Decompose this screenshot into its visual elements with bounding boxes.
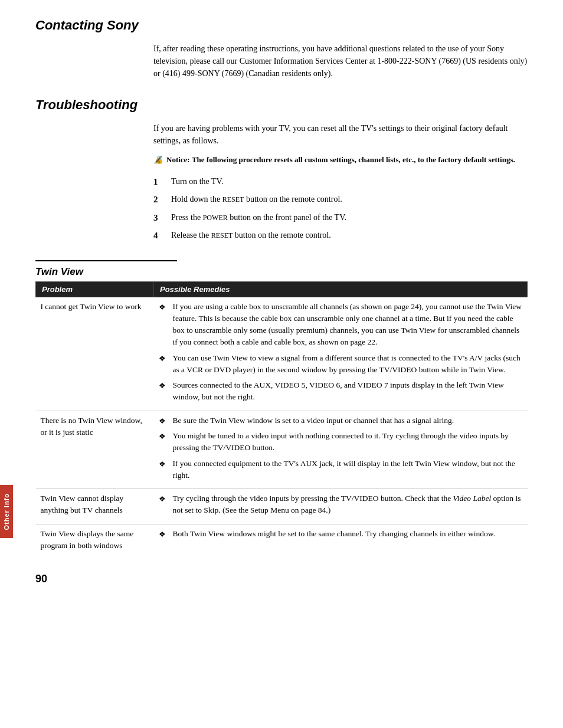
remedy-item: ❖ Sources connected to the AUX, VIDEO 5,…: [159, 379, 523, 404]
step-1-num: 1: [153, 175, 165, 189]
table-header-row: Problem Possible Remedies: [36, 281, 528, 297]
twin-view-section: Twin View Problem Possible Remedies I ca…: [35, 260, 528, 556]
remedy-text: You can use Twin View to view a signal f…: [173, 352, 523, 376]
bullet-icon: ❖: [159, 353, 169, 365]
bullet-icon: ❖: [159, 458, 169, 470]
troubleshooting-intro: If you are having problems with your TV,…: [153, 122, 528, 147]
remedy-text: Try cycling through the video inputs by …: [173, 493, 523, 517]
table-row: Twin View cannot display anything but TV…: [36, 489, 528, 524]
notice-label: Notice:: [166, 155, 190, 164]
step-4: 4 Release the RESET button on the remote…: [153, 229, 528, 242]
remedy-item: ❖ Both Twin View windows might be set to…: [159, 528, 523, 540]
remedy-text: Sources connected to the AUX, VIDEO 5, V…: [173, 379, 523, 404]
remedy-item: ❖ You might be tuned to a video input wi…: [159, 430, 523, 454]
remedy-item: ❖ If you connected equipment to the TV's…: [159, 458, 523, 482]
step-2-text: Hold down the RESET button on the remote…: [171, 193, 342, 205]
step-3: 3 Press the POWER button on the front pa…: [153, 211, 528, 225]
steps-list: 1 Turn on the TV. 2 Hold down the RESET …: [153, 175, 528, 242]
table-row: Twin View displays the same program in b…: [36, 524, 528, 555]
problem-3: Twin View cannot display anything but TV…: [36, 489, 154, 524]
contacting-sony-body: If, after reading these operating instru…: [153, 42, 528, 80]
remedies-2: ❖ Be sure the Twin View window is set to…: [154, 411, 528, 489]
step-1: 1 Turn on the TV.: [153, 175, 528, 189]
remedy-item: ❖ You can use Twin View to view a signal…: [159, 352, 523, 376]
step-2-num: 2: [153, 193, 165, 206]
table-row: There is no Twin View window, or it is j…: [36, 411, 528, 489]
remedy-text: You might be tuned to a video input with…: [173, 430, 523, 454]
remedy-item: ❖ Be sure the Twin View window is set to…: [159, 415, 523, 427]
problem-1: I cannot get Twin View to work: [36, 297, 154, 411]
remedy-text: Both Twin View windows might be set to t…: [173, 528, 523, 540]
contacting-sony-body-block: If, after reading these operating instru…: [153, 42, 528, 80]
page-number: 90: [35, 573, 528, 585]
step-1-text: Turn on the TV.: [171, 175, 223, 188]
table-row: I cannot get Twin View to work ❖ If you …: [36, 297, 528, 411]
page: Contacting Sony If, after reading these …: [0, 0, 563, 609]
col-remedies-header: Possible Remedies: [154, 281, 528, 297]
trouble-table: Problem Possible Remedies I cannot get T…: [35, 281, 528, 556]
troubleshooting-body-block: If you are having problems with your TV,…: [153, 122, 528, 242]
contacting-sony-title: Contacting Sony: [35, 18, 528, 33]
remedies-3: ❖ Try cycling through the video inputs b…: [154, 489, 528, 524]
notice-text: Notice: The following procedure resets a…: [166, 154, 515, 166]
remedy-item: ❖ Try cycling through the video inputs b…: [159, 493, 523, 517]
bullet-icon: ❖: [159, 431, 169, 442]
remedy-text: Be sure the Twin View window is set to a…: [173, 415, 523, 427]
problem-4: Twin View displays the same program in b…: [36, 524, 154, 555]
step-4-num: 4: [153, 229, 165, 242]
twin-view-title: Twin View: [35, 266, 528, 278]
bullet-icon: ❖: [159, 529, 169, 540]
notice-icon: 🔏: [153, 155, 163, 165]
step-4-text: Release the RESET button on the remote c…: [171, 229, 331, 241]
remedies-1: ❖ If you are using a cable box to unscra…: [154, 297, 528, 411]
bullet-icon: ❖: [159, 301, 169, 313]
side-tab-label: Other Info: [3, 493, 10, 530]
step-3-text: Press the POWER button on the front pane…: [171, 211, 346, 224]
troubleshooting-section: Troubleshooting If you are having proble…: [35, 97, 528, 242]
remedy-text: If you are using a cable box to unscramb…: [173, 301, 523, 349]
bullet-icon: ❖: [159, 415, 169, 427]
notice-content: The following procedure resets all custo…: [192, 155, 515, 164]
bullet-icon: ❖: [159, 493, 169, 505]
section-divider: [35, 260, 177, 261]
step-2: 2 Hold down the RESET button on the remo…: [153, 193, 528, 206]
contacting-sony-section: Contacting Sony If, after reading these …: [35, 18, 528, 80]
step-3-num: 3: [153, 211, 165, 225]
problem-2: There is no Twin View window, or it is j…: [36, 411, 154, 489]
side-tab: Other Info: [0, 485, 13, 538]
notice-box: 🔏 Notice: The following procedure resets…: [153, 154, 528, 166]
remedies-4: ❖ Both Twin View windows might be set to…: [154, 524, 528, 555]
remedy-item: ❖ If you are using a cable box to unscra…: [159, 301, 523, 349]
troubleshooting-title: Troubleshooting: [35, 97, 528, 113]
col-problem-header: Problem: [36, 281, 154, 297]
remedy-text: If you connected equipment to the TV's A…: [173, 458, 523, 482]
bullet-icon: ❖: [159, 380, 169, 392]
